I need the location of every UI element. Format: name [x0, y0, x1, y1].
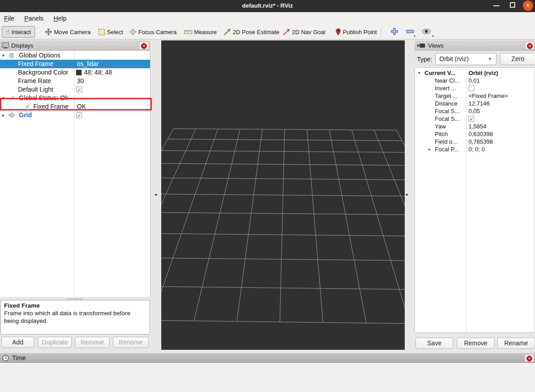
collapse-left-panel-arrow[interactable]: ◂ — [155, 192, 157, 197]
views-row-near-clip[interactable]: Near Cl... 0,01 — [415, 77, 535, 84]
add-button[interactable]: Add — [1, 337, 34, 348]
fixed-frame-value[interactable]: os_lidar — [77, 60, 99, 68]
views-row-current-view[interactable]: ▾ Current V... Orbit (rviz) — [415, 69, 535, 77]
views-row-invert-z[interactable]: Invert ... — [415, 84, 535, 92]
rename-button[interactable]: Rename — [113, 337, 149, 348]
tree-row-frame-rate[interactable]: Frame Rate 30 — [0, 77, 150, 85]
expand-arrow-icon[interactable]: ▸ — [429, 145, 431, 153]
pose-estimate-arrow-icon — [224, 28, 231, 35]
duplicate-button[interactable]: Duplicate — [38, 337, 72, 348]
collapse-arrow-icon[interactable]: ▾ — [2, 94, 4, 102]
collapse-right-panel-arrow[interactable]: ▸ — [406, 192, 408, 197]
tree-row-global-options[interactable]: ▾ ⚙ Global Options — [0, 51, 150, 60]
tree-row-default-light[interactable]: Default Light ✓ — [0, 85, 150, 94]
tool-2d-pose-estimate[interactable]: 2D Pose Estimate — [224, 26, 279, 38]
minimize-button[interactable] — [493, 5, 500, 6]
displays-close-button[interactable]: ✕ — [139, 42, 149, 49]
row-label: Distance — [435, 100, 466, 107]
time-close-button[interactable]: ✕ — [525, 354, 534, 362]
views-remove-button[interactable]: Remove — [457, 338, 495, 349]
row-label: Field o... — [435, 138, 466, 145]
tree-row-fixed-frame[interactable]: Fixed Frame os_lidar — [0, 60, 150, 68]
row-value[interactable]: 12,7146 — [469, 100, 490, 107]
menu-help[interactable]: Help — [49, 14, 71, 22]
description-box: Fixed Frame Frame into which all data is… — [0, 300, 150, 335]
views-row-pitch[interactable]: Pitch 0,630398 — [415, 130, 535, 138]
focal-shape-checkbox[interactable]: ✓ — [469, 116, 474, 122]
views-row-field-of-view[interactable]: Field o... 0,785398 — [415, 138, 535, 145]
background-color-value[interactable]: 48; 48; 48 — [84, 68, 112, 77]
splitter-handle[interactable] — [67, 299, 83, 300]
tool-select[interactable]: Select — [98, 26, 123, 38]
row-value[interactable]: 0,630398 — [469, 130, 493, 138]
tool-label: Move Camera — [54, 29, 91, 35]
tool-move-camera[interactable]: Move Camera — [45, 26, 91, 38]
row-value: Orbit (rviz) — [469, 69, 498, 77]
visibility-button[interactable] — [421, 28, 431, 35]
invert-z-checkbox[interactable] — [469, 85, 474, 91]
views-row-target-frame[interactable]: Target ... <Fixed Frame> — [415, 92, 535, 100]
displays-panel-header[interactable]: Displays ✕ — [0, 40, 150, 51]
tree-row-grid[interactable]: ▸ Grid ✓ — [0, 111, 150, 119]
tree-row-global-status[interactable]: ▾ ✓ Global Status: Ok — [0, 94, 150, 102]
time-panel-header[interactable]: Time ✕ — [0, 353, 535, 363]
close-button[interactable]: ✕ — [523, 0, 533, 11]
row-value[interactable]: 0,785398 — [469, 138, 493, 145]
titlebar[interactable]: default.rviz* - RViz ✕ — [0, 0, 535, 12]
gear-icon: ⚙ — [9, 51, 14, 60]
tool-interact[interactable]: ☝ Interact — [2, 26, 35, 38]
row-label: Yaw — [435, 123, 466, 130]
menu-file[interactable]: File — [0, 14, 18, 22]
row-value[interactable]: 0,05 — [469, 107, 480, 115]
views-panel-header[interactable]: Views ✕ — [415, 40, 535, 51]
zoom-out-button[interactable] — [406, 29, 415, 34]
zoom-in-button[interactable] — [390, 27, 399, 36]
row-value[interactable]: <Fixed Frame> — [469, 92, 508, 100]
window-title: default.rviz* - RViz — [0, 2, 535, 9]
color-swatch[interactable] — [76, 70, 82, 75]
remove-button[interactable]: Remove — [75, 337, 110, 348]
publish-point-pin-icon — [336, 28, 341, 35]
grid-enabled-checkbox[interactable]: ✓ — [76, 112, 82, 118]
row-value[interactable]: 1,5854 — [469, 123, 486, 130]
collapse-arrow-icon[interactable]: ▾ — [418, 69, 420, 77]
type-label: Type: — [417, 56, 432, 63]
description-title: Fixed Frame — [4, 302, 146, 309]
tool-measure[interactable]: Measure — [184, 26, 217, 38]
menu-panels[interactable]: Panels — [20, 14, 48, 22]
views-row-focal-shape-size[interactable]: Focal S... 0,05 — [415, 107, 535, 115]
view-type-value: Orbit (rviz) — [439, 55, 469, 62]
row-label: Fixed Frame — [33, 102, 69, 111]
tool-publish-point[interactable]: Publish Point — [336, 26, 377, 38]
tool-2d-nav-goal[interactable]: 2D Nav Goal — [283, 26, 325, 38]
save-button[interactable]: Save — [416, 338, 453, 349]
maximize-button[interactable] — [510, 2, 515, 8]
expand-arrow-icon[interactable]: ▸ — [2, 111, 4, 119]
tree-row-fixed-frame-status[interactable]: ✓ Fixed Frame OK — [0, 102, 150, 111]
zero-button[interactable]: Zero — [500, 53, 535, 65]
visibility-dropdown-arrow[interactable]: ▾ — [432, 34, 434, 38]
views-row-yaw[interactable]: Yaw 1,5854 — [415, 123, 535, 130]
row-value[interactable]: 0,01 — [469, 77, 480, 84]
tool-label: 2D Pose Estimate — [233, 29, 279, 35]
collapse-arrow-icon[interactable]: ▾ — [2, 51, 4, 60]
select-icon — [98, 29, 105, 35]
viewport-3d[interactable] — [161, 40, 405, 350]
views-rename-button[interactable]: Rename — [497, 338, 535, 349]
minus-icon — [406, 29, 415, 34]
views-close-button[interactable]: ✕ — [525, 42, 535, 49]
tree-row-background-color[interactable]: Background Color 48; 48; 48 — [0, 68, 150, 77]
views-row-distance[interactable]: Distance 12,7146 — [415, 100, 535, 107]
status-ok-check-icon: ✓ — [9, 94, 15, 102]
views-row-focal-point[interactable]: ▸ Focal P... 0; 0; 0 — [415, 145, 535, 153]
tool-label: Measure — [194, 29, 217, 35]
row-value[interactable]: 0; 0; 0 — [469, 145, 485, 153]
tool-focus-camera[interactable]: Focus Camera — [129, 26, 177, 38]
plus-icon — [390, 27, 399, 36]
default-light-checkbox[interactable]: ✓ — [76, 87, 82, 92]
close-icon: ✕ — [527, 43, 533, 49]
frame-rate-value[interactable]: 30 — [77, 77, 84, 85]
zoom-out-dropdown-arrow[interactable]: ▾ — [414, 34, 416, 38]
view-type-dropdown[interactable]: Orbit (rviz) ▼ — [435, 53, 496, 65]
views-row-focal-shape-fixed[interactable]: Focal S... ✓ — [415, 115, 535, 123]
